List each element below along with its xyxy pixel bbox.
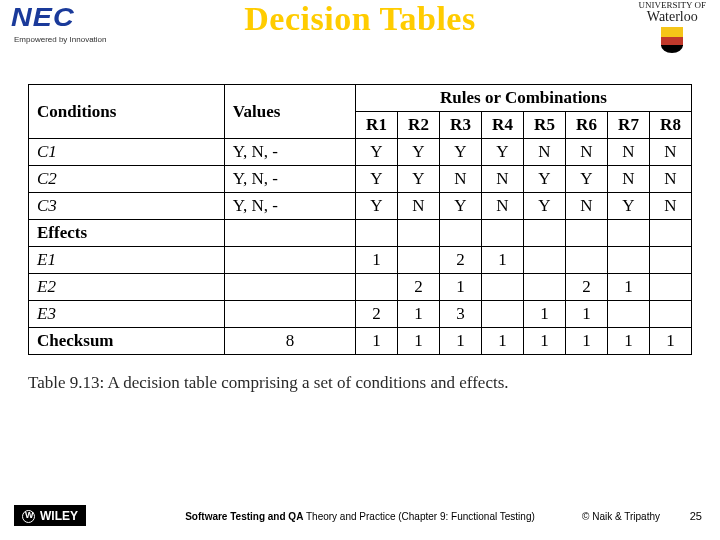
slide-title: Decision Tables [0,0,720,38]
th-r8: R8 [650,112,692,139]
checksum-c3: 1 [440,328,482,355]
condition-name: C2 [29,166,225,193]
effect-values [224,301,355,328]
effect-cell: 1 [608,274,650,301]
effects-label: Effects [29,220,225,247]
condition-name: C3 [29,193,225,220]
checksum-c8: 1 [650,328,692,355]
effect-cell: 2 [398,274,440,301]
condition-cell: N [650,139,692,166]
th-r3: R3 [440,112,482,139]
effect-row: E321311 [29,301,692,328]
effect-cell [608,247,650,274]
effect-cell: 1 [356,247,398,274]
condition-cell: Y [566,166,608,193]
effect-cell [482,301,524,328]
effect-cell: 1 [566,301,608,328]
effect-row: E1121 [29,247,692,274]
footer: WILEY Software Testing and QA Theory and… [0,494,720,534]
condition-row: C3Y, N, -YNYNYNYN [29,193,692,220]
condition-cell: Y [524,193,566,220]
effect-values [224,247,355,274]
th-r7: R7 [608,112,650,139]
footer-copyright: © Naik & Tripathy [582,511,660,522]
footer-bold: Software Testing and QA [185,511,303,522]
effects-header-row: Effects [29,220,692,247]
checksum-c7: 1 [608,328,650,355]
checksum-c5: 1 [524,328,566,355]
effect-cell: 3 [440,301,482,328]
condition-cell: N [608,166,650,193]
effect-cell [524,247,566,274]
effect-cell [524,274,566,301]
effect-name: E1 [29,247,225,274]
condition-cell: Y [482,139,524,166]
condition-cell: Y [608,193,650,220]
condition-row: C2Y, N, -YYNNYYNN [29,166,692,193]
condition-cell: Y [398,139,440,166]
condition-cell: N [398,193,440,220]
condition-row: C1Y, N, -YYYYNNNN [29,139,692,166]
condition-cell: N [524,139,566,166]
effect-cell [608,301,650,328]
footer-rest: Theory and Practice (Chapter 9: Function… [303,511,534,522]
th-r6: R6 [566,112,608,139]
effect-name: E2 [29,274,225,301]
table-caption: Table 9.13: A decision table comprising … [28,373,692,393]
condition-cell: N [608,139,650,166]
effect-cell [398,247,440,274]
effect-values [224,274,355,301]
effect-cell [650,274,692,301]
checksum-c4: 1 [482,328,524,355]
checksum-label: Checksum [29,328,225,355]
page-number: 25 [690,510,702,522]
effect-cell [566,247,608,274]
crest-icon [661,27,683,53]
effect-cell: 1 [398,301,440,328]
effect-cell [482,274,524,301]
condition-cell: N [440,166,482,193]
condition-cell: Y [440,193,482,220]
effect-cell: 2 [356,301,398,328]
decision-table: Conditions Values Rules or Combinations … [28,84,692,355]
checksum-c2: 1 [398,328,440,355]
condition-cell: N [482,166,524,193]
checksum-c6: 1 [566,328,608,355]
condition-cell: N [650,166,692,193]
condition-cell: Y [524,166,566,193]
effect-cell [650,301,692,328]
checksum-c1: 1 [356,328,398,355]
checksum-row: Checksum 8 1 1 1 1 1 1 1 1 [29,328,692,355]
effect-cell: 2 [566,274,608,301]
condition-cell: N [482,193,524,220]
effect-cell [650,247,692,274]
condition-name: C1 [29,139,225,166]
effect-cell: 1 [524,301,566,328]
decision-table-wrap: Conditions Values Rules or Combinations … [28,84,692,355]
th-r2: R2 [398,112,440,139]
effect-name: E3 [29,301,225,328]
th-values: Values [224,85,355,139]
condition-values: Y, N, - [224,166,355,193]
uw-main: Waterloo [647,9,698,25]
condition-values: Y, N, - [224,193,355,220]
th-rules: Rules or Combinations [356,85,692,112]
waterloo-logo: UNIVERSITY OF Waterloo [639,0,706,53]
th-r4: R4 [482,112,524,139]
condition-cell: N [566,193,608,220]
th-r1: R1 [356,112,398,139]
effect-row: E22121 [29,274,692,301]
condition-cell: Y [356,193,398,220]
condition-cell: Y [356,139,398,166]
effect-cell: 1 [440,274,482,301]
effect-cell: 1 [482,247,524,274]
th-r5: R5 [524,112,566,139]
condition-cell: Y [440,139,482,166]
th-conditions: Conditions [29,85,225,139]
effect-cell: 2 [440,247,482,274]
condition-cell: N [566,139,608,166]
effect-cell [356,274,398,301]
checksum-values: 8 [224,328,355,355]
condition-values: Y, N, - [224,139,355,166]
condition-cell: N [650,193,692,220]
